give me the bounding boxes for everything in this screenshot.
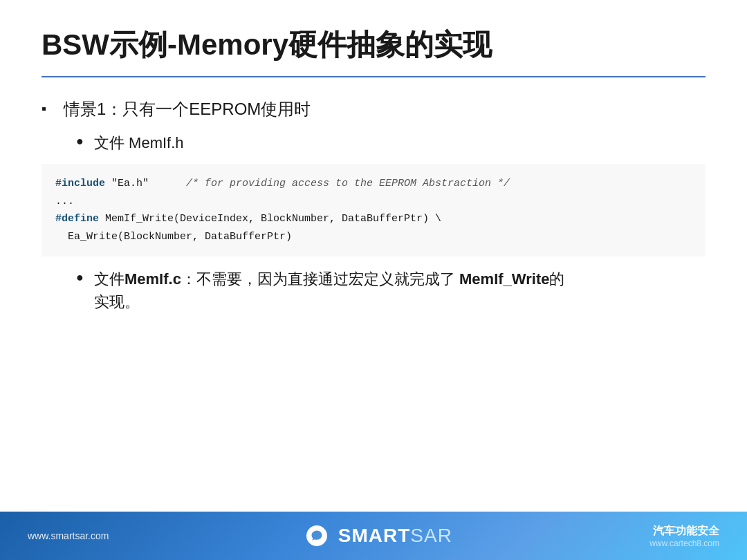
wechat-icon [306,525,327,546]
page-title: BSW示例-Memory硬件抽象的实现 [42,28,706,62]
bullet-level2-item1: ● 文件 MemIf.h [76,131,706,154]
footer-right-title: 汽车功能安全 [649,524,719,539]
footer-logo-smart: SMART [338,525,411,546]
code-include-keyword: #include [55,178,105,189]
main-content: BSW示例-Memory硬件抽象的实现 ▪ 情景1：只有一个EEPROM使用时 … [0,0,747,512]
bullet-level1-item1: ▪ 情景1：只有一个EEPROM使用时 [42,98,706,120]
code-comment-1: /* for providing access to the EEPROM Ab… [186,178,510,189]
bullet-text-2: 文件 MemIf.h [94,131,184,154]
footer-right-subtitle: www.cartech8.com [649,539,719,548]
title-divider [42,76,706,77]
footer: www.smartsar.com SMARTSAR 汽车功能安全 www.car… [0,512,747,560]
footer-logo-sar: SAR [410,525,452,546]
bullet3-prefix: 文件 [94,270,124,288]
bullet3-line2: 实现。 [94,293,140,310]
bullet-level2-item2: ● 文件MemIf.c：不需要，因为直接通过宏定义就完成了 MemIf_Writ… [76,268,706,313]
code-ellipsis: ... [55,196,74,207]
bullet-marker-3: ● [76,270,87,285]
bullet3-bold1: MemIf.c [124,270,181,288]
code-block: #include "Ea.h" /* for providing access … [42,164,706,256]
footer-right: 汽车功能安全 www.cartech8.com [649,524,719,548]
code-define-rest: MemIf_Write(DeviceIndex, BlockNumber, Da… [55,213,441,243]
footer-website: www.smartsar.com [28,530,109,541]
bullet-marker-1: ▪ [42,101,55,117]
bullet-text-3: 文件MemIf.c：不需要，因为直接通过宏定义就完成了 MemIf_Write的… [94,268,564,313]
code-define-keyword: #define [55,213,99,225]
bullet3-text: ：不需要，因为直接通过宏定义就完成了 [181,270,459,288]
slide-container: BSW示例-Memory硬件抽象的实现 ▪ 情景1：只有一个EEPROM使用时 … [0,0,747,560]
bullet3-suffix: 的 [549,270,564,288]
footer-logo: SMARTSAR [338,525,452,547]
bullet-marker-2: ● [76,134,87,149]
footer-center: SMARTSAR [306,525,452,547]
code-include-file: "Ea.h" [105,178,186,189]
bullet3-bold2: MemIf_Write [459,270,549,288]
bullet-text-1: 情景1：只有一个EEPROM使用时 [64,98,311,120]
